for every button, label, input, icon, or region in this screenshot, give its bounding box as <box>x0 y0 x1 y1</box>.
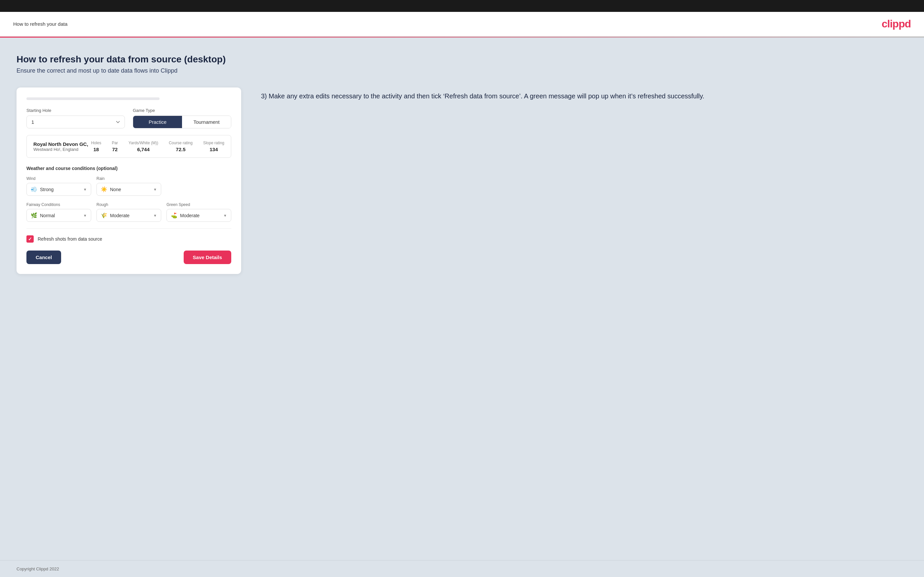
fairway-select[interactable]: 🌿 Normal ▼ <box>26 209 91 222</box>
card-decoration <box>26 97 160 100</box>
yards-value: 6,744 <box>137 147 150 152</box>
starting-hole-group: Starting Hole 1 <box>26 108 125 128</box>
side-text: 3) Make any extra edits necessary to the… <box>261 87 908 102</box>
main-content: How to refresh your data from source (de… <box>0 38 924 560</box>
checkmark-icon: ✓ <box>28 236 32 242</box>
content-area: Starting Hole 1 Game Type Practice Tourn… <box>16 87 908 274</box>
practice-button[interactable]: Practice <box>133 116 182 128</box>
holes-value: 18 <box>94 147 99 152</box>
copyright: Copyright Clippd 2022 <box>16 566 59 571</box>
green-speed-label: Green Speed <box>166 202 231 207</box>
refresh-checkbox[interactable]: ✓ <box>26 235 34 243</box>
green-speed-select-inner: ⛳ Moderate <box>171 212 200 219</box>
form-row-top: Starting Hole 1 Game Type Practice Tourn… <box>26 108 231 128</box>
top-bar <box>0 0 924 12</box>
starting-hole-select-wrapper[interactable]: 1 <box>26 116 125 128</box>
stat-par: Par 72 <box>111 140 118 152</box>
page-title: How to refresh your data from source (de… <box>16 54 908 65</box>
footer: Copyright Clippd 2022 <box>0 560 924 577</box>
slope-rating-value: 134 <box>210 147 218 152</box>
green-speed-icon: ⛳ <box>171 212 178 219</box>
course-location: Westward Ho!, England <box>33 147 88 152</box>
course-info-box: Royal North Devon GC, Westward Ho!, Engl… <box>26 135 231 158</box>
stat-course-rating: Course rating 72.5 <box>169 140 192 152</box>
rough-label: Rough <box>97 202 161 207</box>
wind-select-inner: 💨 Strong <box>31 186 53 192</box>
fairway-value: Normal <box>40 213 55 218</box>
stat-slope-rating: Slope rating 134 <box>203 140 224 152</box>
rough-group: Rough 🌾 Moderate ▼ <box>97 202 161 222</box>
rough-value: Moderate <box>110 213 129 218</box>
side-text-content: 3) Make any extra edits necessary to the… <box>261 91 908 102</box>
course-rating-label: Course rating <box>169 140 192 145</box>
rain-group: Rain ☀️ None ▼ <box>97 176 161 196</box>
rough-icon: 🌾 <box>101 212 107 219</box>
header: How to refresh your data clippd <box>0 12 924 37</box>
stat-holes: Holes 18 <box>91 140 102 152</box>
wind-label: Wind <box>26 176 91 181</box>
cancel-button[interactable]: Cancel <box>26 251 61 264</box>
fairway-chevron-icon: ▼ <box>83 214 87 218</box>
conditions-row-1: Wind 💨 Strong ▼ Rain ☀️ None <box>26 176 231 196</box>
tournament-button[interactable]: Tournament <box>182 116 231 128</box>
breadcrumb: How to refresh your data <box>13 21 68 27</box>
green-speed-value: Moderate <box>180 213 200 218</box>
fairway-group: Fairway Conditions 🌿 Normal ▼ <box>26 202 91 222</box>
card-actions: Cancel Save Details <box>26 251 231 264</box>
game-type-label: Game Type <box>133 108 231 113</box>
fairway-select-inner: 🌿 Normal <box>31 212 55 219</box>
wind-value: Strong <box>40 187 53 192</box>
refresh-row: ✓ Refresh shots from data source <box>26 235 231 243</box>
fairway-label: Fairway Conditions <box>26 202 91 207</box>
rain-select[interactable]: ☀️ None ▼ <box>97 183 161 196</box>
rain-label: Rain <box>97 176 161 181</box>
yards-label: Yards/White (M)) <box>129 140 158 145</box>
course-info-left: Royal North Devon GC, Westward Ho!, Engl… <box>33 141 88 152</box>
refresh-label: Refresh shots from data source <box>38 236 102 242</box>
rain-value: None <box>110 187 121 192</box>
par-label: Par <box>111 140 118 145</box>
course-rating-value: 72.5 <box>176 147 185 152</box>
logo: clippd <box>882 18 911 30</box>
par-value: 72 <box>112 147 118 152</box>
stat-yards: Yards/White (M)) 6,744 <box>129 140 158 152</box>
rain-select-inner: ☀️ None <box>101 186 121 192</box>
conditions-title: Weather and course conditions (optional) <box>26 166 231 171</box>
slope-rating-label: Slope rating <box>203 140 224 145</box>
rain-icon: ☀️ <box>101 186 107 192</box>
course-stats: Holes 18 Par 72 Yards/White (M)) 6,744 C… <box>91 140 224 152</box>
starting-hole-label: Starting Hole <box>26 108 125 113</box>
wind-select[interactable]: 💨 Strong ▼ <box>26 183 91 196</box>
rough-select-inner: 🌾 Moderate <box>101 212 129 219</box>
form-card: Starting Hole 1 Game Type Practice Tourn… <box>16 87 241 274</box>
save-button[interactable]: Save Details <box>184 251 231 264</box>
course-name: Royal North Devon GC, <box>33 141 88 147</box>
holes-label: Holes <box>91 140 102 145</box>
fairway-icon: 🌿 <box>31 212 37 219</box>
game-type-group: Game Type Practice Tournament <box>133 108 231 128</box>
conditions-row-2: Fairway Conditions 🌿 Normal ▼ Rough 🌾 <box>26 202 231 222</box>
green-speed-group: Green Speed ⛳ Moderate ▼ <box>166 202 231 222</box>
starting-hole-select[interactable]: 1 <box>26 116 125 128</box>
rough-select[interactable]: 🌾 Moderate ▼ <box>97 209 161 222</box>
green-speed-chevron-icon: ▼ <box>223 214 227 218</box>
game-type-toggle: Practice Tournament <box>133 116 231 128</box>
wind-group: Wind 💨 Strong ▼ <box>26 176 91 196</box>
wind-icon: 💨 <box>31 186 37 192</box>
rough-chevron-icon: ▼ <box>153 214 157 218</box>
wind-chevron-icon: ▼ <box>83 187 87 192</box>
green-speed-select[interactable]: ⛳ Moderate ▼ <box>166 209 231 222</box>
rain-chevron-icon: ▼ <box>153 187 157 192</box>
page-subtitle: Ensure the correct and most up to date d… <box>16 67 908 74</box>
